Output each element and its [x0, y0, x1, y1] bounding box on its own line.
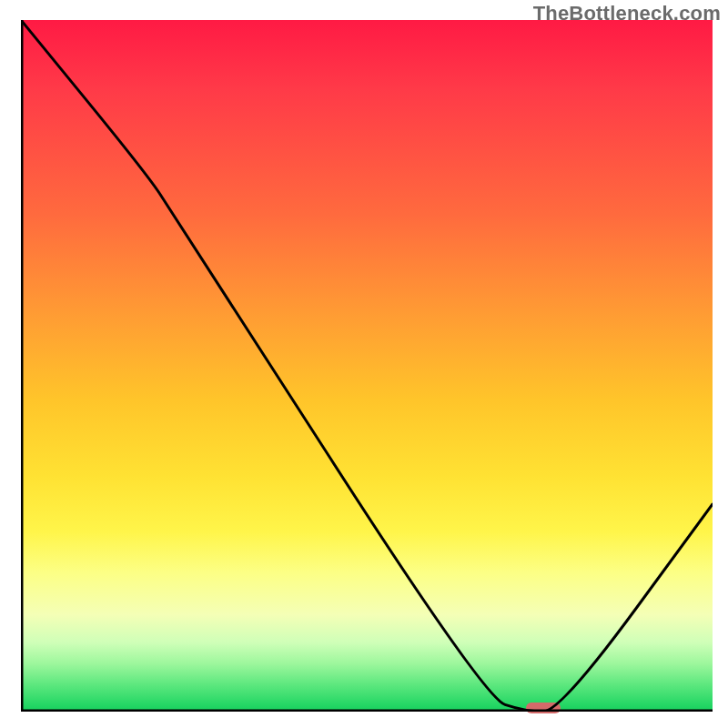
gradient-background — [21, 20, 713, 712]
chart-container: TheBottleneck.com — [0, 0, 728, 728]
plot-area — [21, 20, 713, 712]
optimal-marker — [526, 703, 561, 713]
